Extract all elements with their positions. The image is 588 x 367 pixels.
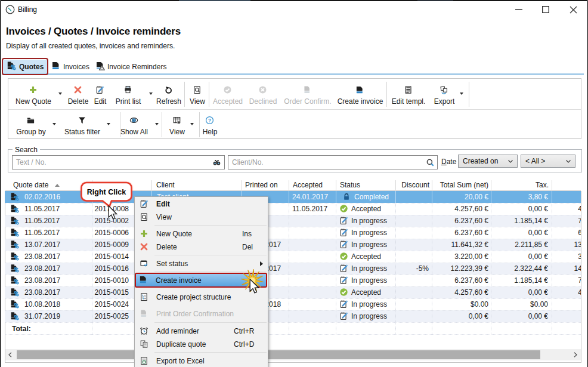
svg-text:?: ? — [208, 118, 211, 124]
svg-text:Right Click: Right Click — [87, 188, 126, 196]
